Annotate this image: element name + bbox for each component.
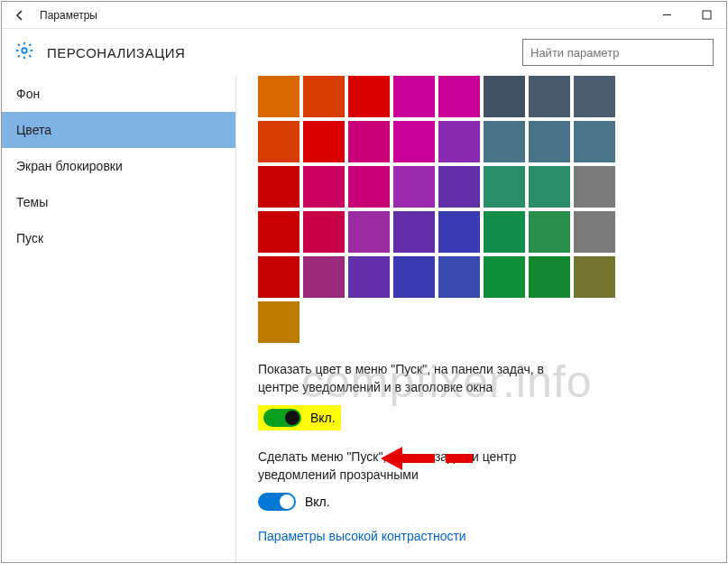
color-swatch-10[interactable] — [348, 121, 390, 162]
color-swatch-37[interactable] — [484, 256, 525, 298]
transparency-state: Вкл. — [305, 495, 330, 509]
color-swatch-23[interactable] — [574, 166, 615, 208]
color-swatch-30[interactable] — [529, 211, 570, 253]
settings-header: ПЕРСОНАЛИЗАЦИЯ — [2, 29, 726, 76]
color-swatch-18[interactable] — [348, 166, 390, 208]
main-area: ФонЦветаЭкран блокировкиТемыПуск compfix… — [2, 76, 726, 562]
search-input[interactable] — [522, 39, 714, 66]
maximize-button[interactable] — [687, 2, 726, 28]
settings-window: Параметры ПЕРСОНАЛИЗАЦИЯ ФонЦветаЭкран б… — [1, 1, 727, 563]
color-swatch-20[interactable] — [438, 166, 480, 208]
color-swatch-38[interactable] — [529, 256, 570, 298]
sidebar-item-4[interactable]: Пуск — [2, 220, 235, 256]
color-swatch-5[interactable] — [484, 76, 525, 117]
minimize-button[interactable] — [647, 2, 687, 28]
color-swatch-24[interactable] — [258, 211, 299, 253]
color-swatch-11[interactable] — [393, 121, 435, 162]
color-swatch-34[interactable] — [348, 256, 390, 298]
window-title: Параметры — [40, 9, 97, 22]
color-swatch-14[interactable] — [529, 121, 570, 162]
color-swatch-12[interactable] — [438, 121, 480, 162]
color-palette — [258, 76, 705, 343]
color-swatch-7[interactable] — [574, 76, 615, 117]
color-swatch-35[interactable] — [393, 256, 435, 298]
color-swatch-2[interactable] — [348, 76, 390, 117]
color-swatch-8[interactable] — [258, 121, 299, 162]
color-swatch-29[interactable] — [484, 211, 525, 253]
svg-point-2 — [22, 48, 27, 53]
color-swatch-26[interactable] — [348, 211, 390, 253]
search-box — [522, 39, 714, 66]
transparency-option: Сделать меню "Пуск", панель задач и цент… — [258, 448, 583, 511]
back-button[interactable] — [9, 5, 31, 26]
color-swatch-0[interactable] — [258, 76, 299, 117]
color-swatch-32[interactable] — [258, 256, 299, 298]
color-swatch-4[interactable] — [438, 76, 480, 117]
content-panel: compfixer.info Показать цвет в меню "Пус… — [236, 76, 726, 562]
color-swatch-40[interactable] — [258, 301, 299, 343]
color-swatch-15[interactable] — [574, 121, 615, 162]
color-swatch-25[interactable] — [303, 211, 345, 253]
sidebar-item-0[interactable]: Фон — [2, 76, 235, 112]
color-swatch-9[interactable] — [303, 121, 345, 162]
color-swatch-39[interactable] — [574, 256, 615, 298]
color-swatch-28[interactable] — [438, 211, 480, 253]
sidebar-item-2[interactable]: Экран блокировки — [2, 148, 235, 184]
color-swatch-22[interactable] — [529, 166, 570, 208]
color-swatch-21[interactable] — [484, 166, 525, 208]
sidebar: ФонЦветаЭкран блокировкиТемыПуск — [2, 76, 236, 562]
color-swatch-1[interactable] — [303, 76, 345, 117]
transparency-toggle[interactable] — [258, 493, 296, 511]
sidebar-item-1[interactable]: Цвета — [2, 112, 235, 148]
show-color-state: Вкл. — [310, 411, 336, 425]
color-swatch-13[interactable] — [484, 121, 525, 162]
color-swatch-6[interactable] — [529, 76, 570, 117]
highlight-annotation: Вкл. — [258, 405, 341, 430]
color-swatch-16[interactable] — [258, 166, 299, 208]
sidebar-item-3[interactable]: Темы — [2, 184, 235, 220]
color-swatch-19[interactable] — [393, 166, 435, 208]
color-swatch-31[interactable] — [574, 211, 615, 253]
color-swatch-17[interactable] — [303, 166, 345, 208]
transparency-label: Сделать меню "Пуск", панель задач и цент… — [258, 448, 583, 484]
titlebar: Параметры — [2, 2, 726, 29]
high-contrast-link[interactable]: Параметры высокой контрастности — [258, 529, 466, 543]
show-color-label: Показать цвет в меню "Пуск", на панели з… — [258, 361, 583, 396]
color-swatch-3[interactable] — [393, 76, 435, 117]
color-swatch-36[interactable] — [438, 256, 480, 298]
svg-rect-1 — [703, 11, 711, 19]
show-color-option: Показать цвет в меню "Пуск", на панели з… — [258, 361, 583, 430]
color-swatch-33[interactable] — [303, 256, 345, 298]
gear-icon — [14, 41, 34, 65]
color-swatch-27[interactable] — [393, 211, 435, 253]
page-title: ПЕРСОНАЛИЗАЦИЯ — [47, 45, 185, 60]
show-color-toggle[interactable] — [263, 409, 301, 427]
